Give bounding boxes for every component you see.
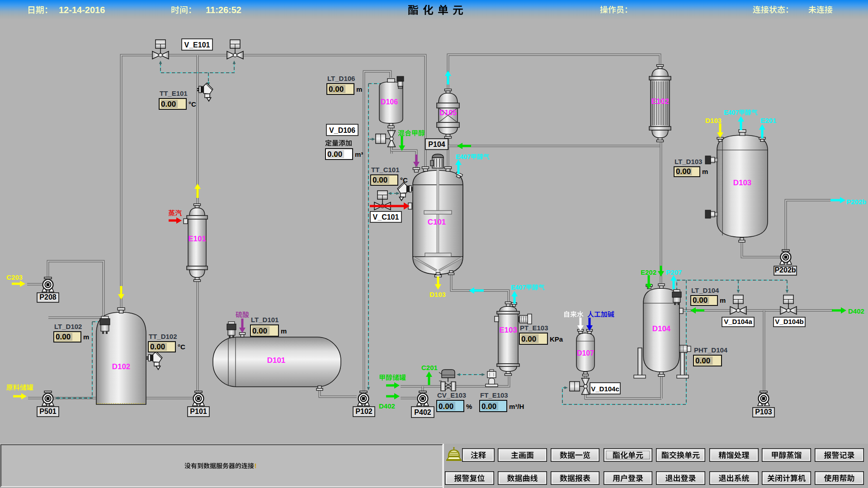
svg-text:m: m — [720, 296, 726, 304]
svg-text:D103: D103 — [705, 117, 722, 124]
svg-text:TT_C101: TT_C101 — [371, 166, 400, 174]
svg-text:P103: P103 — [755, 408, 772, 416]
svg-text:m³/H: m³/H — [509, 403, 524, 410]
svg-text:D104: D104 — [652, 324, 671, 333]
svg-text:PHT_D104: PHT_D104 — [694, 346, 728, 354]
svg-text:m: m — [83, 333, 89, 341]
svg-text:V_D104b: V_D104b — [775, 318, 803, 325]
svg-text:11:26:52: 11:26:52 — [206, 5, 241, 15]
svg-text:D105: D105 — [439, 109, 457, 117]
svg-text:12-14-2016: 12-14-2016 — [59, 5, 105, 15]
svg-text:D103: D103 — [429, 291, 446, 298]
svg-text:m: m — [281, 327, 287, 335]
svg-text:m: m — [356, 85, 362, 93]
svg-text:0.00: 0.00 — [56, 333, 71, 341]
svg-text:0.00: 0.00 — [252, 327, 267, 335]
svg-text:0.00: 0.00 — [327, 150, 342, 159]
svg-text:C203: C203 — [6, 273, 23, 281]
svg-text:m³: m³ — [355, 150, 363, 158]
svg-text:D402: D402 — [848, 307, 864, 315]
svg-text:V_C101: V_C101 — [373, 213, 399, 221]
svg-text:0.00: 0.00 — [161, 100, 176, 108]
svg-text:V_E101: V_E101 — [184, 41, 210, 49]
svg-text:0.00: 0.00 — [695, 357, 710, 365]
svg-text:m: m — [702, 168, 708, 175]
svg-text:P104: P104 — [428, 141, 445, 148]
svg-text:C101: C101 — [428, 218, 446, 226]
svg-text:LT_D104: LT_D104 — [691, 286, 719, 294]
svg-text:D106: D106 — [381, 98, 398, 106]
svg-text:CV_E103: CV_E103 — [437, 391, 466, 399]
svg-text:E102: E102 — [651, 97, 669, 106]
svg-text:E407: E407 — [511, 284, 526, 291]
svg-text:LT_D101: LT_D101 — [251, 316, 278, 324]
svg-text:KPa: KPa — [550, 335, 563, 343]
svg-text:E103: E103 — [499, 326, 517, 334]
svg-text:P102: P102 — [355, 408, 372, 415]
svg-text:TT_E101: TT_E101 — [160, 89, 188, 97]
svg-text:E202: E202 — [641, 268, 656, 276]
svg-text:E201: E201 — [760, 117, 776, 124]
svg-text:E101: E101 — [188, 235, 206, 243]
svg-text:E407: E407 — [724, 109, 739, 116]
svg-text:PT_E103: PT_E103 — [520, 324, 548, 332]
svg-text:D103: D103 — [733, 178, 752, 187]
svg-text:0.00: 0.00 — [329, 85, 344, 94]
svg-text:%: % — [466, 403, 472, 410]
svg-text:P202b: P202b — [774, 266, 796, 274]
svg-text:0.00: 0.00 — [373, 176, 387, 184]
svg-text:P501: P501 — [39, 408, 56, 415]
svg-text:V_D104a: V_D104a — [724, 318, 752, 325]
svg-text:P101: P101 — [190, 408, 207, 415]
svg-text:P402: P402 — [414, 408, 431, 416]
svg-text:LT_D103: LT_D103 — [675, 158, 702, 165]
svg-text:°C: °C — [178, 343, 185, 351]
svg-text:P207: P207 — [666, 268, 682, 276]
svg-text:TT_D102: TT_D102 — [149, 333, 177, 340]
svg-text:D107: D107 — [577, 349, 594, 357]
svg-text:0.00: 0.00 — [150, 343, 165, 351]
svg-text:P202b: P202b — [846, 198, 866, 206]
svg-text:D402: D402 — [379, 402, 395, 410]
svg-text:E407: E407 — [456, 153, 471, 160]
svg-text:V_D104c: V_D104c — [591, 385, 619, 393]
svg-text:!: ! — [255, 462, 257, 469]
svg-text:0.00: 0.00 — [439, 402, 453, 411]
svg-text:LT_D106: LT_D106 — [327, 75, 355, 82]
svg-text:0.00: 0.00 — [676, 167, 691, 176]
svg-text:0.00: 0.00 — [521, 335, 536, 343]
svg-text:LT_D102: LT_D102 — [54, 323, 82, 330]
svg-text:0.00: 0.00 — [693, 296, 708, 305]
svg-text:D101: D101 — [267, 356, 286, 365]
svg-text:FT_E103: FT_E103 — [480, 391, 508, 399]
svg-text:C201: C201 — [421, 364, 438, 371]
svg-text:V_D106: V_D106 — [329, 127, 355, 134]
svg-text:D102: D102 — [112, 362, 131, 371]
svg-text:°C: °C — [189, 100, 196, 108]
svg-text:0.00: 0.00 — [481, 402, 496, 411]
svg-text:P208: P208 — [39, 293, 56, 301]
svg-text:°C: °C — [400, 176, 408, 184]
